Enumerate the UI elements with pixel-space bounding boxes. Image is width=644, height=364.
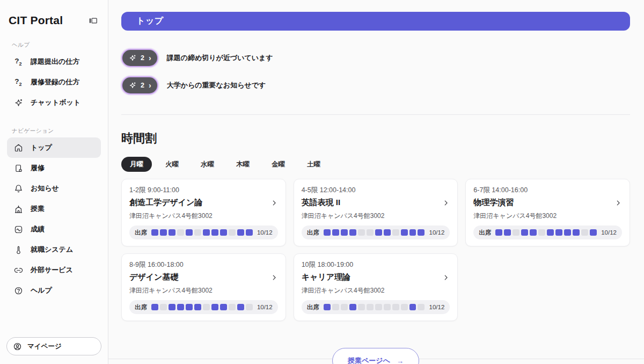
chevron-right-icon: › (149, 82, 151, 89)
attendance-segment (324, 229, 331, 236)
attendance-bar: 出席10/12 (302, 225, 450, 239)
chevron-right-icon[interactable] (614, 199, 622, 207)
arrow-right-icon: → (397, 357, 404, 364)
attendance-segment (246, 229, 253, 236)
sidebar-item-履修[interactable]: 履修 (7, 158, 101, 178)
sidebar-item-トップ[interactable]: トップ (7, 137, 101, 158)
chevron-right-icon[interactable] (270, 274, 278, 281)
attendance-label: 出席 (135, 303, 147, 311)
attendance-segment (418, 304, 425, 310)
chevron-right-icon[interactable] (270, 199, 278, 207)
attendance-segment (555, 229, 562, 236)
sidebar-item-成績[interactable]: 成績 (7, 219, 101, 239)
attendance-segment (203, 304, 210, 310)
attendance-segment (177, 304, 184, 310)
mypage-button[interactable]: マイページ (6, 337, 101, 355)
sidebar-item-課題提出の仕方[interactable]: ?2課題提出の仕方 (7, 52, 101, 72)
attendance-label: 出席 (307, 303, 319, 311)
class-period: 4-5限 12:00-14:00 (302, 186, 450, 195)
attendance-segment (375, 229, 382, 236)
sidebar-item-label: トップ (31, 143, 52, 152)
notification-chip[interactable]: 2› (121, 49, 158, 67)
sidebar-item-授業[interactable]: 授業 (7, 199, 101, 219)
sidebar-item-label: 外部サービス (31, 265, 73, 275)
attendance-segments (495, 229, 597, 236)
attendance-segment (573, 229, 580, 236)
chevron-right-icon[interactable] (442, 199, 450, 207)
attendance-segment (220, 304, 227, 310)
attendance-segment (341, 304, 348, 310)
class-name: 創造工学デザイン論 (129, 198, 202, 208)
class-card[interactable]: 10限 18:00-19:00キャリア理論津田沼キャンパス4号館3002出席10… (294, 253, 458, 321)
attendance-segment (392, 229, 399, 236)
class-name: 物理学演習 (473, 198, 514, 208)
attendance-segment (186, 229, 193, 236)
tab-木曜[interactable]: 木曜 (228, 157, 258, 172)
sidebar-toggle-button[interactable] (87, 14, 99, 27)
attendance-segment (418, 229, 425, 236)
classes-page-button[interactable]: 授業ページへ → (332, 348, 419, 364)
bell-icon (13, 184, 24, 193)
attendance-segment (220, 229, 227, 236)
attendance-segment (151, 229, 158, 236)
class-period: 6-7限 14:00-16:00 (473, 186, 622, 195)
notification-count: 2 (141, 82, 144, 89)
sidebar-item-就職システム[interactable]: 就職システム (7, 239, 101, 260)
tab-土曜[interactable]: 土曜 (298, 157, 329, 172)
attendance-bar: 出席10/12 (473, 225, 622, 239)
help-circle-icon (13, 286, 24, 295)
class-period: 10限 18:00-19:00 (302, 260, 450, 270)
attendance-segment (367, 304, 374, 310)
question-2-icon: ?2 (13, 57, 24, 67)
attendance-segment (530, 229, 537, 236)
sidebar-item-お知らせ[interactable]: お知らせ (7, 178, 101, 199)
attendance-segment (538, 229, 545, 236)
tab-水曜[interactable]: 水曜 (192, 157, 223, 172)
attendance-segment (203, 229, 210, 236)
tab-火曜[interactable]: 火曜 (157, 157, 187, 172)
attendance-segment (590, 229, 597, 236)
chevron-right-icon[interactable] (442, 274, 450, 281)
attendance-segments (151, 229, 253, 236)
notification-chip[interactable]: 2› (121, 76, 158, 94)
attendance-segment (401, 304, 408, 310)
attendance-segment (384, 229, 391, 236)
attendance-segment (375, 304, 382, 310)
panel-left-icon (88, 16, 98, 26)
class-card[interactable]: 8-9限 16:00-18:00デザイン基礎津田沼キャンパス4号館3002出席1… (121, 253, 286, 321)
nav-section-list: トップ履修お知らせ授業成績就職システム外部サービスヘルプ (7, 137, 101, 301)
school-icon (13, 205, 24, 214)
section-divider (121, 114, 630, 115)
page-banner: トップ (121, 12, 630, 31)
question-2-icon: ?2 (13, 77, 24, 87)
sidebar-item-label: 履修 (31, 163, 45, 173)
tab-金曜[interactable]: 金曜 (263, 157, 294, 172)
timetable-heading: 時間割 (121, 130, 630, 147)
page-title: トップ (136, 16, 164, 27)
attendance-segment (151, 304, 158, 310)
sidebar-item-外部サービス[interactable]: 外部サービス (7, 260, 101, 280)
tab-月曜[interactable]: 月曜 (121, 157, 152, 172)
class-card[interactable]: 6-7限 14:00-16:00物理学演習津田沼キャンパス4号館3002出席10… (465, 179, 630, 246)
help-section-label: ヘルプ (12, 41, 101, 49)
sidebar-item-ヘルプ[interactable]: ヘルプ (7, 280, 101, 301)
sidebar-item-label: お知らせ (31, 184, 59, 193)
class-location: 津田沼キャンパス4号館3002 (129, 212, 278, 221)
class-card[interactable]: 4-5限 12:00-14:00英語表現 II津田沼キャンパス4号館3002出席… (294, 179, 458, 246)
attendance-segment (160, 229, 167, 236)
class-card[interactable]: 1-2限 9:00-11:00創造工学デザイン論津田沼キャンパス4号館3002出… (121, 179, 286, 246)
attendance-bar: 出席10/12 (129, 300, 278, 314)
class-location: 津田沼キャンパス4号館3002 (302, 212, 450, 221)
attendance-label: 出席 (307, 229, 319, 237)
attendance-segments (324, 229, 425, 236)
attendance-count: 10/12 (429, 229, 445, 236)
sidebar-item-チャットボット[interactable]: チャットボット (7, 92, 101, 113)
class-location: 津田沼キャンパス4号館3002 (473, 212, 622, 221)
sidebar-item-履修登録の仕方[interactable]: ?2履修登録の仕方 (7, 72, 101, 92)
sidebar: CIT Portal ヘルプ ?2課題提出の仕方?2履修登録の仕方チャットボット… (0, 0, 108, 364)
attendance-segment (341, 229, 348, 236)
attendance-segment (495, 229, 502, 236)
attendance-segment (513, 229, 519, 236)
class-location: 津田沼キャンパス4号館3002 (129, 286, 278, 295)
sidebar-item-label: 履修登録の仕方 (31, 77, 79, 87)
